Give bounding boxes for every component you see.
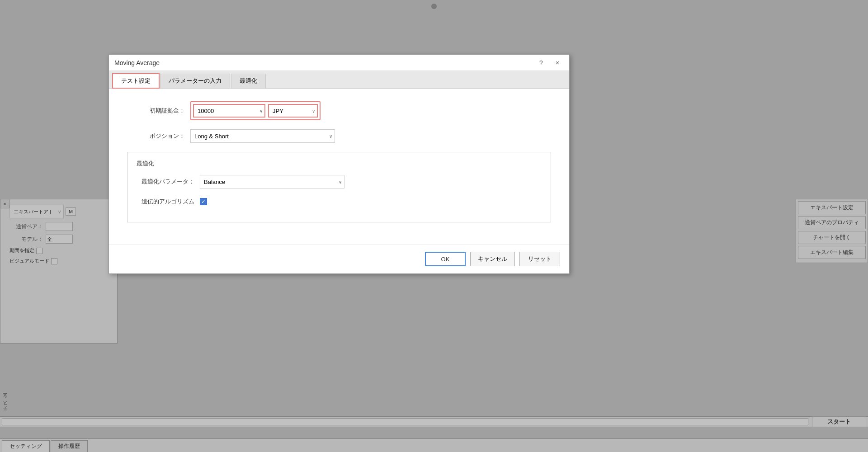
dialog-footer: OK キャンセル リセット [109,244,569,273]
optimization-param-wrapper: Balance Profit Drawdown Trades [200,175,344,188]
dialog-tabs: テスト設定 パラメーターの入力 最適化 [109,71,569,89]
genetic-algorithm-label: 遺伝的アルゴリズム [137,198,200,206]
dialog-title-buttons: ? × [535,57,564,68]
dialog-title: Moving Average [114,59,160,66]
deposit-amount-select[interactable]: 10000 5000 20000 50000 100000 [193,104,265,118]
optimization-section: 最適化 最適化パラメータ： Balance Profit Drawdown Tr… [127,152,551,222]
help-button[interactable]: ? [535,57,547,68]
modal-overlay: Moving Average ? × テスト設定 パラメーターの入力 最適化 初… [0,0,868,452]
position-wrapper: Long & Short Long Only Short Only [190,129,335,143]
dialog-titlebar: Moving Average ? × [109,55,569,71]
close-button[interactable]: × [551,57,564,68]
initial-deposit-row: 初期証拠金： 10000 5000 20000 50000 100000 [127,101,551,120]
dialog-body: 初期証拠金： 10000 5000 20000 50000 100000 [109,89,569,244]
initial-deposit-label: 初期証拠金： [127,107,190,115]
optimization-title: 最適化 [137,160,542,168]
dialog: Moving Average ? × テスト設定 パラメーターの入力 最適化 初… [108,54,570,274]
deposit-control-group: 10000 5000 20000 50000 100000 JPY USD EU… [190,101,321,120]
optimization-param-select[interactable]: Balance Profit Drawdown Trades [200,175,344,188]
tab-test-settings[interactable]: テスト設定 [113,74,159,88]
tab-parameters[interactable]: パラメーターの入力 [160,74,230,88]
deposit-amount-wrapper: 10000 5000 20000 50000 100000 [193,104,265,118]
tab-optimize[interactable]: 最適化 [231,74,266,88]
optimization-param-row: 最適化パラメータ： Balance Profit Drawdown Trades [137,175,542,188]
ok-button[interactable]: OK [425,252,466,266]
genetic-algorithm-row: 遺伝的アルゴリズム [137,198,542,206]
position-row: ポジション： Long & Short Long Only Short Only [127,129,551,143]
position-select[interactable]: Long & Short Long Only Short Only [190,129,335,143]
currency-select[interactable]: JPY USD EUR [268,104,318,118]
reset-button[interactable]: リセット [519,252,560,266]
optimization-param-label: 最適化パラメータ： [137,178,200,186]
genetic-algorithm-checkbox[interactable] [200,198,207,205]
position-label: ポジション： [127,132,190,140]
currency-wrapper: JPY USD EUR [268,104,318,118]
cancel-button[interactable]: キャンセル [470,252,515,266]
